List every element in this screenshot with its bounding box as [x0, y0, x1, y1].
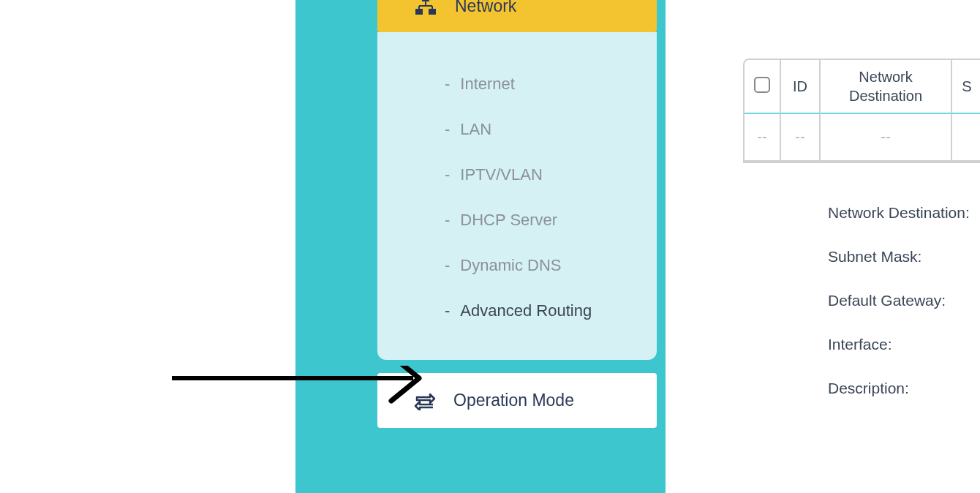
- submenu-item-label: Dynamic DNS: [460, 256, 561, 275]
- svg-rect-2: [429, 9, 436, 15]
- column-network-destination: Network Destination: [821, 60, 952, 114]
- column-id: ID: [781, 60, 821, 114]
- select-all-checkbox[interactable]: [754, 77, 770, 93]
- submenu-lan[interactable]: - LAN: [377, 107, 657, 152]
- menu-network-label: Network: [455, 0, 516, 16]
- submenu-item-label: Advanced Routing: [460, 301, 592, 320]
- cell-id: --: [781, 114, 821, 162]
- cell-dest: --: [821, 114, 952, 162]
- label-description: Description:: [828, 380, 980, 397]
- label-subnet-mask: Subnet Mask:: [828, 248, 980, 266]
- submenu-internet[interactable]: - Internet: [377, 61, 657, 107]
- cell-partial: [952, 114, 980, 162]
- label-interface: Interface:: [828, 336, 980, 353]
- submenu-iptv-vlan[interactable]: - IPTV/VLAN: [377, 152, 657, 197]
- menu-network[interactable]: Network: [377, 0, 657, 32]
- column-partial: S: [952, 60, 980, 114]
- submenu-item-label: IPTV/VLAN: [460, 165, 542, 184]
- table-row: -- -- --: [745, 114, 980, 162]
- label-default-gateway: Default Gateway:: [828, 292, 980, 309]
- annotation-arrow: [172, 366, 442, 424]
- cell-checkbox: --: [745, 114, 781, 162]
- routing-table: ID Network Destination S -- -- --: [743, 59, 980, 163]
- content-panel: ID Network Destination S -- -- -- Networ…: [743, 59, 980, 424]
- submenu-item-label: LAN: [460, 120, 491, 139]
- label-network-destination: Network Destination:: [828, 204, 980, 222]
- form-fields: Network Destination: Subnet Mask: Defaul…: [743, 204, 980, 397]
- submenu-item-label: Internet: [460, 75, 515, 94]
- column-checkbox: [745, 60, 781, 114]
- menu-operation-mode-label: Operation Mode: [453, 391, 574, 410]
- submenu-dynamic-dns[interactable]: - Dynamic DNS: [377, 243, 657, 288]
- submenu-advanced-routing[interactable]: - Advanced Routing: [377, 288, 657, 334]
- network-icon: [414, 0, 437, 16]
- network-submenu: - Internet - LAN - IPTV/VLAN - DHCP Serv…: [377, 32, 657, 360]
- submenu-dhcp-server[interactable]: - DHCP Server: [377, 197, 657, 243]
- svg-rect-0: [422, 0, 429, 1]
- svg-rect-1: [415, 9, 423, 15]
- submenu-item-label: DHCP Server: [460, 211, 557, 230]
